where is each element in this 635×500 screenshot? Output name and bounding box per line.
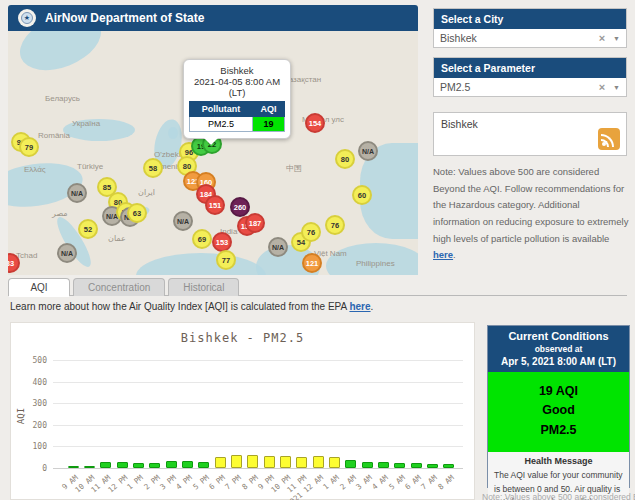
aqi-marker-153[interactable]: 153 <box>212 232 232 252</box>
rss-city-label: Bishkek <box>441 118 478 130</box>
rss-feed-box: Bishkek <box>433 112 627 156</box>
select-city-title: Select a City <box>434 9 626 29</box>
aqi-marker-60[interactable]: 60 <box>352 185 372 205</box>
aqi-marker-58[interactable]: 58 <box>143 158 163 178</box>
popup-col-aqi: AQI <box>253 102 285 117</box>
aqi-marker-154[interactable]: 154 <box>305 113 325 133</box>
ytick-label-300: 300 <box>21 399 47 408</box>
aqi-marker-187[interactable]: 187 <box>245 213 265 233</box>
parameter-caret-icon[interactable]: ▼ <box>613 84 620 91</box>
xtick-label-20: 5 AM <box>387 473 407 492</box>
gridline-400 <box>53 382 463 383</box>
select-city-panel: Select a City Bishkek × ▼ <box>433 8 627 48</box>
note-here-link[interactable]: here <box>433 249 453 260</box>
current-aqi-block: 19 AQI Good PM2.5 <box>488 372 629 452</box>
tab-concentration[interactable]: Concentration <box>73 278 165 296</box>
parameter-select-value: PM2.5 <box>440 81 599 93</box>
aqi-marker-76[interactable]: 76 <box>301 222 321 242</box>
water-shape <box>136 253 266 275</box>
aqi-marker-76[interactable]: 76 <box>325 215 345 235</box>
learn-more-suffix: . <box>371 301 374 312</box>
select-parameter-title: Select a Parameter <box>434 58 626 78</box>
map-place-label: 中国 <box>286 163 302 174</box>
bar-4-pm[interactable] <box>182 461 193 468</box>
note-text: Note: Values above 500 are considered Be… <box>433 166 628 244</box>
bar-10-pm[interactable] <box>280 456 291 468</box>
aqi-marker-na[interactable]: N/A <box>358 141 378 161</box>
current-aqi-category: Good <box>488 401 629 420</box>
bar-1-pm[interactable] <box>133 463 144 468</box>
aqi-marker-69[interactable]: 69 <box>192 229 212 249</box>
bar-2-pm[interactable] <box>149 463 160 468</box>
map-place-label: Ελλάς <box>24 165 46 174</box>
aqi-marker-77[interactable]: 77 <box>216 250 236 270</box>
popup-pollutant-value: PM2.5 <box>190 117 253 132</box>
bar-3-pm[interactable] <box>166 461 177 468</box>
bar-4-am[interactable] <box>378 462 389 468</box>
aqi-marker-63[interactable]: 63 <box>127 203 147 223</box>
bar-7-pm[interactable] <box>231 455 242 468</box>
app-title: AirNow Department of State <box>45 11 204 25</box>
bar-11-am[interactable] <box>100 462 111 468</box>
bar-8-am[interactable] <box>443 464 454 468</box>
aqi-marker-na[interactable]: N/A <box>268 237 288 257</box>
map-place-label: România <box>38 131 70 140</box>
xtick-label-19: 4 AM <box>371 473 391 492</box>
bar-2-am[interactable] <box>345 460 356 468</box>
rss-icon[interactable] <box>598 128 620 150</box>
city-select-value: Bishkek <box>440 32 599 44</box>
xtick-label-4: 1 PM <box>126 473 146 492</box>
xtick-label-23: 8 AM <box>436 473 456 492</box>
xtick-label-7: 4 PM <box>175 473 195 492</box>
chart-plot-area <box>53 360 463 468</box>
tab-aqi[interactable]: AQI <box>8 278 70 296</box>
city-clear-icon[interactable]: × <box>599 32 605 44</box>
aqi-marker-79[interactable]: 79 <box>19 137 39 157</box>
map-place-label: ایران <box>138 188 155 197</box>
select-parameter-panel: Select a Parameter PM2.5 × ▼ <box>433 57 627 97</box>
aqi-marker-52[interactable]: 52 <box>78 219 98 239</box>
popup-timezone: (LT) <box>188 87 286 98</box>
bar-6-am[interactable] <box>411 463 422 468</box>
aqi-marker-151[interactable]: 151 <box>205 195 225 215</box>
current-aqi-pollutant: PM2.5 <box>488 421 629 440</box>
epa-here-link[interactable]: here <box>349 301 370 312</box>
map-place-label: Беларусь <box>45 94 80 103</box>
bar-12-pm[interactable] <box>117 462 128 468</box>
aqi-marker-na[interactable]: N/A <box>57 243 77 263</box>
popup-datetime: 2021-04-05 8:00 AM <box>188 76 286 87</box>
map-popup[interactable]: Bishkek 2021-04-05 8:00 AM (LT) Pollutan… <box>183 59 291 139</box>
aqi-marker-na[interactable]: N/A <box>173 211 193 231</box>
bar-11-pm[interactable] <box>296 457 307 468</box>
learn-more-text: Learn more about how the Air Quality Ind… <box>10 301 373 312</box>
bar-2021-12-am[interactable] <box>313 456 324 468</box>
xtick-label-16: 1 AM <box>322 473 342 492</box>
bar-3-am[interactable] <box>362 462 373 468</box>
bar-9-pm[interactable] <box>264 456 275 468</box>
bar-10-am[interactable] <box>84 466 95 468</box>
parameter-clear-icon[interactable]: × <box>599 81 605 93</box>
current-aqi-value: 19 AQI <box>488 382 629 401</box>
bar-8-pm[interactable] <box>247 455 258 468</box>
ytick-label-0: 0 <box>21 464 47 473</box>
aqi-marker-121[interactable]: 121 <box>302 253 322 273</box>
bar-7-am[interactable] <box>427 464 438 468</box>
bar-1-am[interactable] <box>329 457 340 468</box>
bar-5-pm[interactable] <box>198 462 209 468</box>
bar-9-am[interactable] <box>68 466 79 468</box>
popup-table: Pollutant AQI PM2.5 19 <box>189 101 285 132</box>
parameter-select[interactable]: PM2.5 × ▼ <box>434 78 626 96</box>
bar-6-pm[interactable] <box>215 457 226 468</box>
aqi-chart-panel: Bishkek - PM2.5 AQI 0100200300400500 9 A… <box>10 322 475 500</box>
current-conditions-panel: Current Conditions observed at Apr 5, 20… <box>487 325 630 488</box>
aqi-marker-80[interactable]: 80 <box>335 149 355 169</box>
aqi-marker-na[interactable]: N/A <box>67 183 87 203</box>
map-widget: ★ AirNow Department of State БеларусьУкр… <box>8 5 418 275</box>
aqi-marker-260[interactable]: 260 <box>230 197 250 217</box>
city-select[interactable]: Bishkek × ▼ <box>434 29 626 47</box>
tab-historical[interactable]: Historical <box>168 278 239 296</box>
city-caret-icon[interactable]: ▼ <box>613 35 620 42</box>
bar-5-am[interactable] <box>394 463 405 468</box>
aqi-map[interactable]: БеларусьУкраїнаRomâniaΕλλάςTürkiyeҚазақс… <box>8 31 418 275</box>
health-message-title: Health Message <box>494 456 623 466</box>
